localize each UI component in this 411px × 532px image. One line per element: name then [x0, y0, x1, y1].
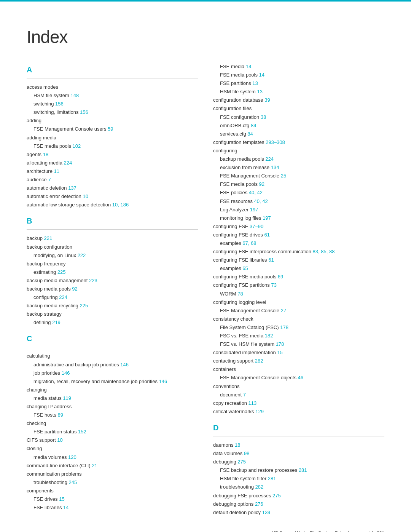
index-entry: defining 219 — [27, 318, 198, 327]
page-number: 281 — [268, 476, 276, 481]
index-entry: FSE media pools 14 — [213, 71, 384, 79]
index-entry: configuring FSE libraries 61 — [213, 256, 384, 264]
index-entry: access modes — [27, 83, 198, 91]
left-column: Aaccess modesHSM file system 148switchin… — [27, 62, 198, 524]
page-number: 224 — [265, 156, 274, 162]
page-number: 293–308 — [266, 139, 285, 145]
page-number: 18 — [43, 152, 48, 157]
index-entry: media status 119 — [27, 394, 198, 403]
page-number: 152 — [78, 429, 86, 435]
index-entry: data volumes 98 — [213, 449, 384, 458]
index-entry: backup frequency — [27, 260, 198, 268]
page-number: 156 — [80, 109, 88, 115]
index-entry: configuring 224 — [27, 293, 198, 302]
index-entry: WORM 78 — [213, 290, 384, 298]
index-entry: configuring FSE drives 61 — [213, 231, 384, 239]
index-entry: default deletion policy 139 — [213, 508, 384, 517]
page-number: 14 — [259, 72, 264, 78]
index-entry: omniORB.cfg 84 — [213, 121, 384, 130]
page-number: 222 — [78, 252, 86, 258]
page-number: 14 — [63, 505, 68, 510]
index-entry: FSE media pools 92 — [213, 180, 384, 189]
page-number: 92 — [259, 181, 264, 187]
index-entry: examples 67, 68 — [213, 239, 384, 248]
index-entry: configuring FSE interprocess communicati… — [213, 248, 384, 256]
page-number: 102 — [73, 143, 81, 149]
index-entry: backup configuration — [27, 243, 198, 251]
content-columns: Aaccess modesHSM file system 148switchin… — [27, 62, 384, 524]
page-number: 73 — [271, 282, 276, 288]
index-entry: FSE libraries 14 — [27, 503, 198, 512]
page-number: 18 — [235, 442, 240, 448]
page-number: 59 — [108, 126, 113, 132]
page-number: 92 — [72, 286, 77, 292]
index-entry: allocating media 224 — [27, 159, 198, 167]
index-entry: FSE partition status 152 — [27, 428, 198, 436]
index-entry: services.cfg 84 — [213, 130, 384, 138]
section-block: Aaccess modesHSM file system 148switchin… — [27, 66, 198, 209]
index-entry: job priorities 146 — [27, 369, 198, 377]
index-entry: debugging FSE processes 275 — [213, 492, 384, 500]
page-number: 7 — [243, 392, 246, 398]
index-entry: FSE Management Console objects 46 — [213, 374, 384, 382]
page-number: 61 — [268, 257, 274, 263]
section-block: Ddaemons 18data volumes 98debugging 275F… — [213, 423, 384, 517]
index-entry: consolidated implementation 15 — [213, 348, 384, 357]
index-entry: components — [27, 487, 198, 495]
page-number: 129 — [255, 409, 264, 414]
index-entry: File System Catalog (FSC) 178 — [213, 323, 384, 332]
index-entry: configuration templates 293–308 — [213, 138, 384, 147]
page-number: 10 — [83, 193, 88, 199]
index-entry: FSE hosts 89 — [27, 411, 198, 419]
index-entry: containers — [213, 365, 384, 374]
page-number: 25 — [281, 173, 286, 179]
index-entry: administrative and backup job priorities… — [27, 361, 198, 369]
section-divider — [213, 436, 384, 436]
index-entry: FSE backup and restore processes 281 — [213, 466, 384, 474]
page-number: 182 — [265, 333, 273, 339]
index-entry: changing — [27, 386, 198, 394]
section-block: Ccalculatingadministrative and backup jo… — [27, 334, 198, 512]
index-entry: automatic deletion 137 — [27, 184, 198, 192]
index-entry: media volumes 120 — [27, 453, 198, 462]
index-entry: FSE vs. HSM file system 178 — [213, 340, 384, 348]
index-entry: CIFS support 10 — [27, 436, 198, 444]
page-number: 69 — [278, 274, 283, 280]
section-letter: B — [27, 217, 198, 225]
page-number: 146 — [120, 362, 129, 367]
page-number: 139 — [262, 510, 271, 515]
page-number: 15 — [59, 496, 64, 502]
index-entry: FSE resources 40, 42 — [213, 197, 384, 206]
page-number: 15 — [277, 350, 282, 355]
index-entry: command-line interface (CLI) 21 — [27, 462, 198, 470]
index-entry: FSE media pools 102 — [27, 142, 198, 150]
index-entry: FSE partitions 13 — [213, 79, 384, 88]
page-number: 113 — [249, 400, 257, 406]
index-entry: configuring logging level — [213, 298, 384, 307]
index-entry: FSE Management Console 25 — [213, 172, 384, 180]
index-entry: FSE drives 15 — [27, 495, 198, 503]
page-number: 156 — [55, 101, 64, 107]
page-number: 137 — [68, 185, 76, 191]
index-entry: debugging options 276 — [213, 500, 384, 508]
page-title: Index — [27, 27, 384, 47]
index-entry: FSE Management Console 27 — [213, 307, 384, 315]
index-entry: troubleshooting 245 — [27, 478, 198, 487]
index-entry: daemons 18 — [213, 441, 384, 449]
index-entry: audience 7 — [27, 176, 198, 184]
index-entry: monitoring log files 197 — [213, 214, 384, 222]
index-entry: HSM file system filter 281 — [213, 474, 384, 483]
index-entry: backup 221 — [27, 234, 198, 243]
page-number: 10 — [57, 437, 62, 443]
section-letter: D — [213, 423, 384, 432]
section-block: Bbackup 221backup configurationmodifying… — [27, 217, 198, 327]
right-column: FSE media 14FSE media pools 14FSE partit… — [213, 62, 384, 524]
top-border — [0, 0, 411, 2]
index-entry: configuring FSE media pools 69 — [213, 273, 384, 281]
page-number: 37–90 — [250, 224, 263, 229]
index-entry: FSE media 14 — [213, 62, 384, 71]
page-container: Index Aaccess modesHSM file system 148sw… — [0, 0, 411, 532]
page-number: 224 — [64, 160, 72, 166]
page-number: 27 — [281, 308, 286, 313]
index-entry: automatic error detection 10 — [27, 192, 198, 201]
